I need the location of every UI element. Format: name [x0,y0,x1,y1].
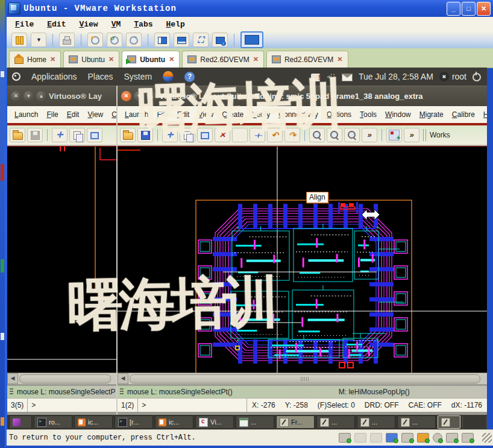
tab-home[interactable]: Home✕ [9,51,61,68]
mon-sum-button[interactable] [174,33,189,47]
connectivity-button[interactable] [386,128,402,142]
console-view-button[interactable] [240,31,263,48]
printer-icon[interactable] [401,433,413,443]
stretch-button[interactable] [87,128,102,142]
dropdown-button[interactable] [31,33,46,47]
menu-item-window[interactable]: Window [382,109,415,120]
tab-close-icon[interactable]: ✕ [108,55,114,63]
window-minimize-icon[interactable]: ▾ [134,91,144,101]
snap2-button[interactable] [107,33,122,47]
menu-item-vm[interactable]: VM [111,20,121,29]
tab-red2-6dvevm[interactable]: Red2.6DVEVM✕ [182,51,264,68]
grip-icon[interactable] [120,388,124,396]
scroll-left-icon[interactable]: ◀ [7,373,18,384]
resize-grip-icon[interactable] [482,433,492,443]
window-maximize-icon[interactable]: ▴ [36,91,46,101]
tab-ubuntu[interactable]: Ubuntu✕ [122,51,180,68]
floppy-icon[interactable] [370,433,382,443]
network-alert-icon[interactable] [311,74,320,81]
taskbar-item-r[interactable]: [r... [115,415,153,429]
maximize-button[interactable]: □ [462,2,476,16]
virtuoso-front-titlebar[interactable]: ✕ ▾ ▴ Virtuoso® Layout Suite L Editing: … [118,86,487,106]
window-maximize-icon[interactable]: ▴ [146,91,157,101]
tab-red2-6dvevm[interactable]: Red2.6DVEVM✕ [266,51,348,68]
redo-button[interactable] [284,128,300,142]
tab-close-icon[interactable]: ✕ [169,55,174,63]
tab-close-icon[interactable]: ✕ [50,55,55,63]
taskbar-item[interactable] [9,415,32,429]
mon-side-button[interactable] [154,33,170,47]
menu-item-tools[interactable]: Tools [356,109,380,120]
scroll-left-icon[interactable]: ◀ [118,373,128,384]
undo-button[interactable] [267,128,283,142]
menu-item-tabs[interactable]: Tabs [134,20,152,29]
taskbar-item[interactable] [438,415,460,429]
taskbar-item-[interactable]: ... [397,415,436,429]
mon-info-button[interactable] [212,33,228,47]
taskbar-item-[interactable]: ... [357,415,395,429]
virtuoso-back-titlebar[interactable]: ✕ ▾ ▴ Virtuoso® Lay [7,86,116,106]
webcam-icon[interactable] [433,433,442,443]
vmware-titlebar[interactable]: Ubuntu - VMware Workstation _ □ ✕ [7,0,493,17]
volume-icon[interactable] [326,72,336,81]
harddisk-icon[interactable] [339,433,351,443]
overflow-button[interactable] [404,128,419,142]
menu-item-create[interactable]: Create [218,109,247,120]
menu-item-file[interactable]: File [43,109,61,120]
close-button[interactable]: ✕ [477,2,491,16]
zoom-in-button[interactable] [309,128,325,142]
menu-item-file[interactable]: File [153,109,172,120]
prompt-caret[interactable]: > [28,399,39,412]
scroll-thumb[interactable] [130,374,480,383]
menu-item-launch[interactable]: Launch [121,109,152,120]
cdrom-icon[interactable] [354,433,366,443]
ubuntu-logo-icon[interactable] [12,72,20,81]
taskbar-item-ic[interactable]: ic... [155,415,193,429]
properties-button[interactable] [250,128,265,142]
menu-item-options[interactable]: Options [323,109,355,120]
mail-icon[interactable] [342,74,353,81]
network-icon[interactable] [386,433,398,443]
menu-item-file[interactable]: File [15,20,34,29]
menu-item-edit[interactable]: Edit [47,20,66,29]
menu-item-view[interactable]: View [194,109,217,120]
info-button[interactable] [232,128,248,142]
open-button[interactable] [120,128,136,142]
places-menu[interactable]: Places [88,72,113,81]
help-icon[interactable] [184,72,195,82]
menu-item-view[interactable]: View [84,109,107,120]
power-pause-button[interactable] [11,33,27,47]
taskbar-item-[interactable]: ... [236,415,274,429]
taskbar-item-ro[interactable]: ro... [34,415,72,429]
snap3-button[interactable] [126,33,142,47]
tab-close-icon[interactable]: ✕ [337,55,342,63]
menu-item-help[interactable]: Help [480,109,487,120]
copy-button[interactable] [69,128,85,142]
usb-icon[interactable] [446,433,458,443]
copy-button[interactable] [180,128,195,142]
menu-item-c[interactable]: C [108,109,116,120]
move-button[interactable] [52,128,68,142]
menu-item-help[interactable]: Help [166,20,185,29]
menu-item-migrate[interactable]: Migrate [416,109,447,120]
taskbar-item-Fr[interactable]: Fr... [276,415,315,429]
zoom-out-button[interactable] [327,128,342,142]
taskbar-item-[interactable]: ... [316,415,355,429]
delete-button[interactable] [215,128,230,142]
open-button[interactable] [10,128,25,142]
taskbar-item-Vi[interactable]: Vi... [195,415,234,429]
grip-icon[interactable] [10,388,13,396]
tab-ubuntu[interactable]: Ubuntu✕ [63,51,119,68]
system-menu[interactable]: System [124,72,152,81]
menu-item-launch[interactable]: Launch [11,109,42,120]
power-icon[interactable] [473,73,481,81]
tab-close-icon[interactable]: ✕ [253,55,259,63]
hscrollbar-back[interactable]: ◀ [7,373,116,384]
sound-icon[interactable] [417,433,429,443]
menu-item-calibre[interactable]: Calibre [448,109,479,120]
hscrollbar[interactable]: ◀ [118,373,487,384]
zoom-fit-button[interactable] [344,128,360,142]
layout-canvas[interactable] [118,147,487,373]
scroll-thumb[interactable] [19,374,111,383]
menu-item-edit[interactable]: Edit [174,109,193,120]
